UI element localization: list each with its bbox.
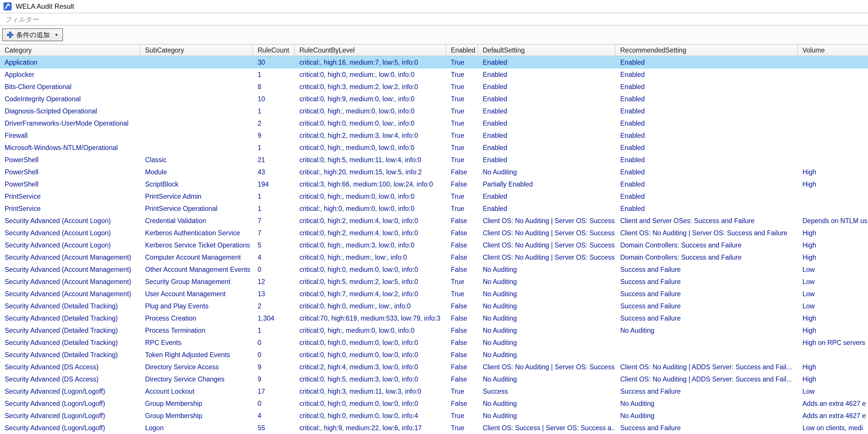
table-row[interactable]: Application 30 critical:, high:16, mediu… (0, 56, 868, 68)
cell-rulecount[interactable]: 0 (253, 264, 295, 276)
cell-enabled[interactable]: False (446, 227, 478, 239)
cell-recommendedsetting[interactable]: Enabled (616, 178, 798, 190)
cell-defaultsetting[interactable]: Client OS: No Auditing | Server OS: Succ… (478, 227, 616, 239)
cell-recommendedsetting[interactable]: Success and Failure (616, 264, 798, 276)
table-row[interactable]: Security Advanced (DS Access) Directory … (0, 361, 868, 373)
cell-subcategory[interactable] (141, 142, 253, 154)
cell-rulecount[interactable]: 17 (253, 385, 295, 398)
table-row[interactable]: Security Advanced (Account Management) S… (0, 276, 868, 288)
cell-recommendedsetting[interactable]: Enabled (616, 56, 798, 68)
cell-volume[interactable]: High (798, 166, 868, 178)
cell-enabled[interactable]: True (446, 422, 478, 434)
cell-rulecountbylevel[interactable]: critical:, high:9, medium:22, low:6, inf… (295, 422, 446, 434)
cell-rulecountbylevel[interactable]: critical:0, high:5, medium:2, low:5, inf… (295, 276, 446, 288)
add-condition-button[interactable]: 条件の追加 ▼ (2, 28, 63, 41)
cell-rulecount[interactable]: 21 (253, 154, 295, 166)
cell-subcategory[interactable]: PrintService Admin (141, 190, 253, 203)
cell-rulecount[interactable]: 7 (253, 227, 295, 239)
cell-volume[interactable] (798, 56, 868, 68)
cell-recommendedsetting[interactable]: Success and Failure (616, 300, 798, 312)
cell-recommendedsetting[interactable]: Enabled (616, 166, 798, 178)
cell-rulecountbylevel[interactable]: critical:0, high:, medium:, low:, info:0 (295, 251, 446, 264)
cell-rulecount[interactable]: 1 (253, 105, 295, 117)
cell-recommendedsetting[interactable]: Success and Failure (616, 422, 798, 434)
cell-category[interactable]: Security Advanced (Account Management) (0, 264, 141, 276)
cell-rulecount[interactable]: 1 (253, 142, 295, 154)
cell-category[interactable]: Security Advanced (DS Access) (0, 361, 141, 373)
cell-category[interactable]: PowerShell (0, 154, 141, 166)
cell-defaultsetting[interactable]: No Auditing (478, 276, 616, 288)
table-row[interactable]: Security Advanced (Logon/Logoff) Account… (0, 385, 868, 398)
cell-subcategory[interactable]: Directory Service Changes (141, 373, 253, 385)
cell-rulecountbylevel[interactable]: critical:0, high:0, medium:0, low:0, inf… (295, 410, 446, 422)
table-row[interactable]: DriverFrameworks-UserMode Operational 2 … (0, 117, 868, 129)
cell-category[interactable]: PrintService (0, 190, 141, 203)
cell-volume[interactable]: Low on clients, medi (798, 422, 868, 434)
cell-defaultsetting[interactable]: Enabled (478, 56, 616, 68)
cell-rulecountbylevel[interactable]: critical:0, high:5, medium:3, low:0, inf… (295, 373, 446, 385)
cell-rulecount[interactable]: 55 (253, 422, 295, 434)
cell-subcategory[interactable]: Credential Validation (141, 215, 253, 227)
cell-defaultsetting[interactable]: Client OS: No Auditing | Server OS: Succ… (478, 251, 616, 264)
cell-recommendedsetting[interactable]: Enabled (616, 93, 798, 105)
table-row[interactable]: Security Advanced (Detailed Tracking) RP… (0, 337, 868, 349)
cell-volume[interactable] (798, 68, 868, 81)
cell-recommendedsetting[interactable]: Client OS: No Auditing | Server OS: Succ… (616, 227, 798, 239)
cell-subcategory[interactable] (141, 117, 253, 129)
cell-rulecount[interactable]: 0 (253, 337, 295, 349)
cell-rulecount[interactable]: 2 (253, 117, 295, 129)
cell-subcategory[interactable]: Account Lockout (141, 385, 253, 398)
cell-rulecountbylevel[interactable]: critical:0, high:0, medium:0, low:0, inf… (295, 337, 446, 349)
cell-enabled[interactable]: False (446, 337, 478, 349)
cell-defaultsetting[interactable]: Client OS: Success | Server OS: Success … (478, 422, 616, 434)
cell-rulecountbylevel[interactable]: critical:0, high:0, medium:0, low:0, inf… (295, 264, 446, 276)
cell-subcategory[interactable] (141, 56, 253, 68)
cell-subcategory[interactable] (141, 105, 253, 117)
cell-enabled[interactable]: False (446, 398, 478, 410)
cell-rulecountbylevel[interactable]: critical:0, high:7, medium:4, low:2, inf… (295, 288, 446, 300)
cell-category[interactable]: Security Advanced (DS Access) (0, 373, 141, 385)
filter-input[interactable] (0, 14, 868, 26)
cell-subcategory[interactable]: User Account Management (141, 288, 253, 300)
column-header-enabled[interactable]: Enabled (446, 45, 478, 56)
cell-category[interactable]: Security Advanced (Account Management) (0, 288, 141, 300)
cell-category[interactable]: Security Advanced (Account Management) (0, 276, 141, 288)
cell-rulecountbylevel[interactable]: critical:, high:20, medium:15, low:5, in… (295, 166, 446, 178)
cell-defaultsetting[interactable]: Success (478, 385, 616, 398)
table-row[interactable]: Bits-Client Operational 8 critical:0, hi… (0, 81, 868, 93)
cell-subcategory[interactable]: Kerberos Authentication Service (141, 227, 253, 239)
cell-category[interactable]: Diagnosis-Scripted Operational (0, 105, 141, 117)
cell-subcategory[interactable]: Group Membership (141, 398, 253, 410)
cell-subcategory[interactable]: Process Creation (141, 312, 253, 324)
cell-defaultsetting[interactable]: Enabled (478, 117, 616, 129)
cell-volume[interactable] (798, 81, 868, 93)
cell-volume[interactable]: Low (798, 276, 868, 288)
cell-subcategory[interactable] (141, 93, 253, 105)
cell-rulecount[interactable]: 0 (253, 349, 295, 361)
cell-volume[interactable] (798, 349, 868, 361)
cell-volume[interactable]: High (798, 312, 868, 324)
cell-category[interactable]: DriverFrameworks-UserMode Operational (0, 117, 141, 129)
cell-recommendedsetting[interactable]: No Auditing (616, 410, 798, 422)
cell-category[interactable]: Security Advanced (Account Logon) (0, 239, 141, 251)
cell-recommendedsetting[interactable]: Enabled (616, 68, 798, 81)
cell-rulecount[interactable]: 1 (253, 203, 295, 215)
cell-enabled[interactable]: False (446, 349, 478, 361)
cell-rulecountbylevel[interactable]: critical:0, high:2, medium:4, low:0, inf… (295, 227, 446, 239)
cell-rulecount[interactable]: 9 (253, 129, 295, 142)
cell-enabled[interactable]: True (446, 190, 478, 203)
cell-defaultsetting[interactable]: Enabled (478, 129, 616, 142)
cell-defaultsetting[interactable]: Enabled (478, 93, 616, 105)
cell-defaultsetting[interactable]: Partially Enabled (478, 178, 616, 190)
cell-enabled[interactable]: True (446, 142, 478, 154)
cell-rulecountbylevel[interactable]: critical:0, high:, medium:0, low:0, info… (295, 324, 446, 337)
cell-recommendedsetting[interactable]: Client OS: No Auditing | ADDS Server: Su… (616, 373, 798, 385)
cell-volume[interactable]: High (798, 227, 868, 239)
cell-volume[interactable]: High (798, 373, 868, 385)
cell-subcategory[interactable] (141, 68, 253, 81)
cell-volume[interactable]: High (798, 324, 868, 337)
table-row[interactable]: CodeIntegrity Operational 10 critical:0,… (0, 93, 868, 105)
cell-defaultsetting[interactable]: Enabled (478, 105, 616, 117)
cell-rulecountbylevel[interactable]: critical:0, high:, medium:3, low:0, info… (295, 239, 446, 251)
cell-subcategory[interactable]: Computer Account Management (141, 251, 253, 264)
